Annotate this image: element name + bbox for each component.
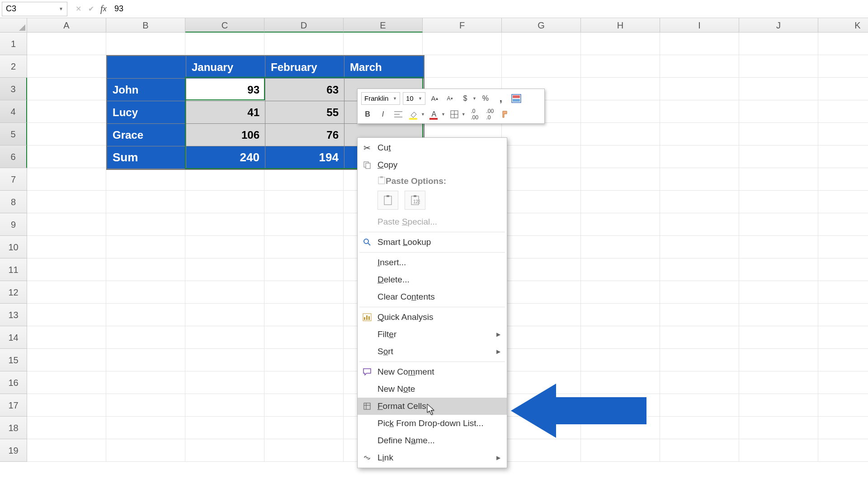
cell[interactable]	[660, 168, 739, 191]
cell[interactable]	[581, 191, 660, 213]
cell[interactable]	[660, 78, 739, 100]
cell[interactable]	[185, 304, 264, 326]
row-header[interactable]: 14	[0, 326, 27, 349]
formula-input[interactable]	[110, 2, 866, 16]
paste-values-button[interactable]: 123	[405, 191, 425, 210]
cell[interactable]	[27, 371, 106, 394]
cell[interactable]	[106, 168, 185, 191]
cell[interactable]	[27, 417, 106, 439]
cell[interactable]	[818, 326, 868, 349]
cell[interactable]	[185, 258, 264, 281]
row-header[interactable]: 7	[0, 168, 27, 191]
increase-font-icon[interactable]: A▴	[428, 92, 441, 105]
cell[interactable]	[660, 349, 739, 371]
cell[interactable]	[581, 213, 660, 236]
cell[interactable]	[27, 349, 106, 371]
table-sum-cell[interactable]: 194	[265, 146, 344, 169]
cell[interactable]	[818, 417, 868, 439]
row-header[interactable]: 9	[0, 213, 27, 236]
row-header[interactable]: 10	[0, 236, 27, 258]
menu-filter[interactable]: FilterFilter ▶	[358, 326, 507, 343]
cell[interactable]	[818, 168, 868, 191]
cell[interactable]	[27, 145, 106, 168]
cell[interactable]	[818, 78, 868, 100]
italic-button[interactable]: I	[377, 108, 389, 121]
font-size-dropdown[interactable]: 10 ▼	[403, 92, 425, 105]
cell[interactable]	[581, 371, 660, 394]
cell[interactable]	[502, 145, 581, 168]
currency-button[interactable]: $	[459, 92, 472, 105]
cell[interactable]	[581, 123, 660, 145]
cell[interactable]	[106, 33, 185, 55]
font-family-dropdown[interactable]: Franklin ▼	[361, 92, 400, 105]
table-cell[interactable]: 55	[265, 101, 344, 124]
cell[interactable]	[264, 439, 344, 462]
cell[interactable]	[818, 349, 868, 371]
cell[interactable]	[818, 304, 868, 326]
cell[interactable]	[502, 191, 581, 213]
cell[interactable]	[818, 281, 868, 304]
borders-button[interactable]	[448, 108, 461, 121]
table-sum-cell[interactable]: 240	[186, 146, 265, 169]
row-header[interactable]: 1	[0, 33, 27, 55]
cell[interactable]	[264, 371, 344, 394]
cell[interactable]	[739, 417, 818, 439]
cell[interactable]	[739, 100, 818, 123]
cell[interactable]	[264, 304, 344, 326]
cell[interactable]	[818, 213, 868, 236]
cell[interactable]	[106, 394, 185, 417]
column-header[interactable]: E	[344, 18, 423, 33]
row-header[interactable]: 12	[0, 281, 27, 304]
cell[interactable]	[818, 123, 868, 145]
cell[interactable]	[27, 33, 106, 55]
cell[interactable]	[818, 145, 868, 168]
cell[interactable]	[27, 236, 106, 258]
cell[interactable]	[106, 258, 185, 281]
row-header[interactable]: 15	[0, 349, 27, 371]
cell[interactable]	[739, 191, 818, 213]
row-header[interactable]: 3	[0, 78, 27, 100]
menu-sort[interactable]: SortSort ▶	[358, 343, 507, 360]
cell[interactable]	[818, 439, 868, 462]
cell[interactable]	[264, 213, 344, 236]
cell[interactable]	[27, 258, 106, 281]
cell[interactable]	[660, 213, 739, 236]
cell[interactable]	[185, 191, 264, 213]
column-header[interactable]: A	[27, 18, 106, 33]
font-color-button[interactable]: A	[428, 108, 440, 121]
cell[interactable]	[106, 191, 185, 213]
cell[interactable]	[739, 371, 818, 394]
row-header[interactable]: 18	[0, 417, 27, 439]
chevron-down-icon[interactable]: ▼	[472, 96, 476, 101]
bold-button[interactable]: B	[361, 108, 374, 121]
cell[interactable]	[660, 33, 739, 55]
cell[interactable]	[264, 394, 344, 417]
cell[interactable]	[344, 33, 423, 55]
cell[interactable]	[660, 371, 739, 394]
column-header[interactable]: G	[502, 18, 581, 33]
cell[interactable]	[660, 394, 739, 417]
row-header[interactable]: 16	[0, 371, 27, 394]
cell[interactable]	[27, 439, 106, 462]
cell[interactable]	[423, 55, 502, 78]
column-header[interactable]: F	[423, 18, 502, 33]
chevron-down-icon[interactable]: ▼	[462, 112, 466, 117]
cell[interactable]	[185, 33, 264, 55]
cell[interactable]	[185, 281, 264, 304]
column-header[interactable]: B	[106, 18, 185, 33]
cell[interactable]	[739, 281, 818, 304]
cell[interactable]	[739, 394, 818, 417]
increase-decimal-icon[interactable]: .0.00	[468, 108, 481, 121]
column-header[interactable]: I	[660, 18, 739, 33]
cell[interactable]	[106, 439, 185, 462]
decrease-font-icon[interactable]: A▾	[443, 92, 456, 105]
cell[interactable]	[185, 439, 264, 462]
menu-cut[interactable]: ✂ CutCut	[358, 139, 507, 156]
menu-clear-contents[interactable]: Clear ContentsClear Contents	[358, 288, 507, 305]
table-cell[interactable]: 106	[186, 124, 265, 146]
cell[interactable]	[581, 168, 660, 191]
cell[interactable]	[581, 100, 660, 123]
menu-pick-dropdown[interactable]: Pick From Drop-down List...Pick From Dro…	[358, 415, 507, 432]
cell[interactable]	[106, 236, 185, 258]
cell[interactable]	[818, 371, 868, 394]
